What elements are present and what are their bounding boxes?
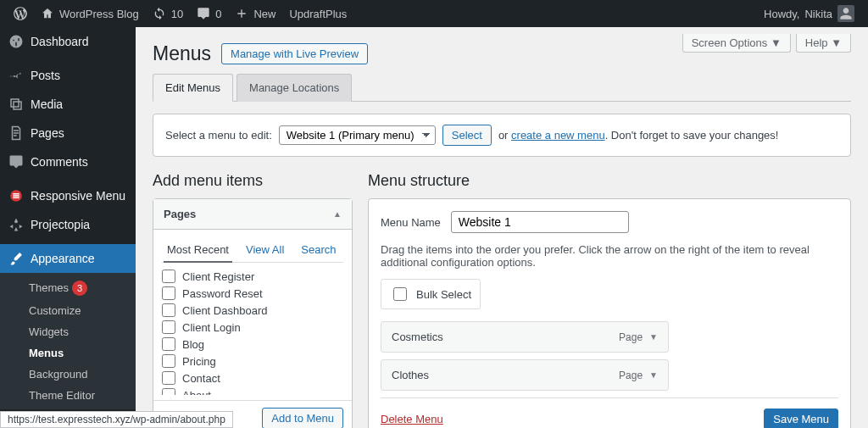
menu-settings-box: Menu Name Drag the items into the order … bbox=[368, 198, 851, 428]
admin-bar: WordPress Blog 10 0 New UpdraftPlus Howd… bbox=[0, 0, 868, 27]
page-checkbox[interactable] bbox=[162, 303, 175, 317]
page-option[interactable]: Client Dashboard bbox=[162, 302, 343, 319]
page-checkbox[interactable] bbox=[162, 337, 175, 351]
howdy-prefix: Howdy, bbox=[764, 8, 799, 20]
sidebar-item-media[interactable]: Media bbox=[0, 90, 136, 119]
wordpress-icon bbox=[14, 7, 27, 20]
screen-options-button[interactable]: Screen Options ▼ bbox=[682, 34, 791, 53]
submenu-menus[interactable]: Menus bbox=[0, 342, 136, 364]
menu-name-input[interactable] bbox=[451, 211, 629, 233]
tab-most-recent[interactable]: Most Recent bbox=[164, 238, 232, 263]
submenu-widgets[interactable]: Widgets bbox=[0, 321, 136, 342]
sidebar-item-comments[interactable]: Comments bbox=[0, 147, 136, 176]
page-option[interactable]: Pricing bbox=[162, 353, 343, 370]
sidebar-item-projectopia[interactable]: Projectopia bbox=[0, 210, 136, 239]
themes-badge: 3 bbox=[72, 281, 87, 296]
page-checkbox[interactable] bbox=[162, 371, 175, 385]
page-checkbox[interactable] bbox=[162, 270, 175, 283]
page-option[interactable]: Password Reset bbox=[162, 285, 343, 302]
sidebar-item-appearance[interactable]: Appearance bbox=[0, 244, 136, 273]
site-home[interactable]: WordPress Blog bbox=[34, 0, 146, 27]
page-checkbox[interactable] bbox=[162, 354, 175, 368]
help-button[interactable]: Help ▼ bbox=[796, 34, 851, 53]
tab-view-all[interactable]: View All bbox=[242, 238, 287, 262]
dashboard-icon bbox=[8, 34, 24, 49]
page-option[interactable]: Client Login bbox=[162, 319, 343, 336]
update-icon bbox=[153, 7, 166, 20]
my-account[interactable]: Howdy, Nikita bbox=[757, 0, 861, 27]
page-option[interactable]: About bbox=[162, 386, 343, 395]
admin-sidebar: Dashboard Posts Media Pages Comments Res… bbox=[0, 27, 136, 428]
submenu-themes[interactable]: Themes3 bbox=[0, 276, 136, 300]
menu-item[interactable]: Clothes Page▼ bbox=[381, 359, 669, 391]
updraft-link[interactable]: UpdraftPlus bbox=[282, 0, 353, 27]
menu-structure-heading: Menu structure bbox=[368, 172, 851, 190]
tabs: Edit Menus Manage Locations bbox=[153, 74, 851, 102]
add-items-heading: Add menu items bbox=[153, 172, 353, 190]
drag-help-text: Drag the items into the order you prefer… bbox=[381, 243, 838, 269]
submenu-theme-editor[interactable]: Theme Editor bbox=[0, 385, 136, 406]
create-new-menu-link[interactable]: create a new menu bbox=[511, 129, 605, 142]
pages-postbox: Pages ▲ Most Recent View All Search Clie… bbox=[153, 198, 353, 428]
sidebar-item-responsive-menu[interactable]: Responsive Menu bbox=[0, 181, 136, 210]
pages-checklist[interactable]: Client Register Password Reset Client Da… bbox=[162, 268, 343, 395]
comment-icon bbox=[197, 7, 210, 20]
page-checkbox[interactable] bbox=[162, 286, 175, 300]
tab-search[interactable]: Search bbox=[298, 238, 339, 262]
bulk-select-checkbox[interactable] bbox=[393, 287, 407, 301]
sidebar-item-dashboard[interactable]: Dashboard bbox=[0, 27, 136, 56]
brush-icon bbox=[8, 251, 24, 266]
select-menu-label: Select a menu to edit: bbox=[165, 129, 272, 142]
menu-select[interactable]: Website 1 (Primary menu) bbox=[279, 125, 436, 145]
menu-icon bbox=[8, 188, 24, 203]
comments[interactable]: 0 bbox=[190, 0, 228, 27]
new-label: New bbox=[253, 8, 275, 20]
plus-icon bbox=[235, 7, 248, 20]
comments-count: 0 bbox=[215, 8, 221, 20]
triangle-up-icon: ▲ bbox=[333, 209, 342, 219]
submenu-background[interactable]: Background bbox=[0, 364, 136, 385]
sidebar-item-pages[interactable]: Pages bbox=[0, 119, 136, 147]
pages-inner-tabs: Most Recent View All Search bbox=[162, 238, 343, 263]
menu-item-title: Cosmetics bbox=[392, 331, 443, 343]
content-body: Screen Options ▼ Help ▼ Menus Manage wit… bbox=[136, 27, 868, 428]
updates[interactable]: 10 bbox=[146, 0, 190, 27]
save-menu-button[interactable]: Save Menu bbox=[764, 409, 838, 428]
page-checkbox[interactable] bbox=[162, 388, 175, 395]
page-option[interactable]: Client Register bbox=[162, 268, 343, 285]
caret-down-icon[interactable]: ▼ bbox=[649, 332, 658, 342]
tab-edit-menus[interactable]: Edit Menus bbox=[153, 74, 233, 102]
sidebar-item-posts[interactable]: Posts bbox=[0, 61, 136, 90]
menu-name-label: Menu Name bbox=[381, 216, 441, 229]
comment-icon bbox=[8, 154, 24, 170]
avatar-icon bbox=[837, 5, 854, 22]
page-checkbox[interactable] bbox=[162, 320, 175, 334]
user-name: Nikita bbox=[804, 8, 832, 20]
select-button[interactable]: Select bbox=[442, 125, 492, 146]
pin-icon bbox=[8, 68, 24, 83]
status-url: https://test.expresstech.xyz/wp-admin/ab… bbox=[0, 411, 233, 428]
add-to-menu-button[interactable]: Add to Menu bbox=[262, 408, 343, 428]
site-name-label: WordPress Blog bbox=[59, 8, 139, 20]
wp-logo[interactable] bbox=[7, 0, 34, 27]
page-icon bbox=[8, 125, 24, 141]
caret-down-icon[interactable]: ▼ bbox=[649, 370, 658, 380]
updates-count: 10 bbox=[171, 8, 183, 20]
top-actions: Screen Options ▼ Help ▼ bbox=[682, 34, 851, 53]
home-icon bbox=[41, 7, 54, 20]
submenu-customize[interactable]: Customize bbox=[0, 300, 136, 321]
select-menu-bar: Select a menu to edit: Website 1 (Primar… bbox=[153, 114, 851, 157]
delete-menu-link[interactable]: Delete Menu bbox=[381, 413, 443, 425]
appearance-submenu: Themes3 Customize Widgets Menus Backgrou… bbox=[0, 273, 136, 409]
menu-item-title: Clothes bbox=[392, 369, 429, 381]
new-content[interactable]: New bbox=[228, 0, 282, 27]
tab-manage-locations[interactable]: Manage Locations bbox=[236, 74, 352, 102]
projectopia-icon bbox=[8, 217, 24, 232]
menu-item[interactable]: Cosmetics Page▼ bbox=[381, 321, 669, 353]
media-icon bbox=[8, 97, 24, 112]
page-option[interactable]: Contact bbox=[162, 370, 343, 386]
page-option[interactable]: Blog bbox=[162, 336, 343, 353]
live-preview-button[interactable]: Manage with Live Preview bbox=[221, 43, 368, 64]
pages-box-toggle[interactable]: Pages ▲ bbox=[153, 199, 352, 230]
bulk-select-row[interactable]: Bulk Select bbox=[381, 279, 481, 309]
